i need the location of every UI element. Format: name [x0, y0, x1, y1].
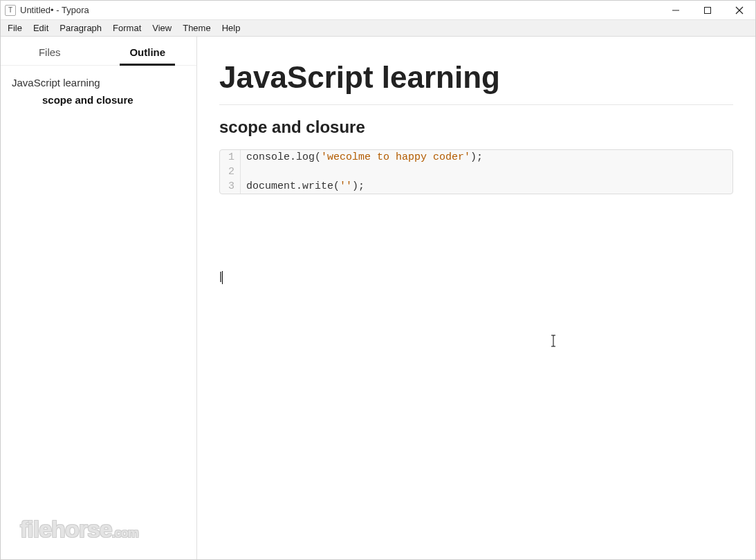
caret-icon — [222, 271, 223, 284]
editor[interactable]: JavaScript learning scope and closure 1 … — [197, 37, 755, 559]
gutter-2: 2 — [220, 165, 241, 179]
code-content-3[interactable]: document.write(''); — [241, 179, 370, 194]
code-line-2[interactable]: 2 — [220, 165, 732, 179]
maximize-icon — [703, 6, 712, 15]
app-icon: T — [5, 5, 16, 16]
code-content-1[interactable]: console.log('wecolme to happy coder'); — [241, 150, 488, 165]
outline-item-h1[interactable]: JavaScript learning — [12, 74, 185, 91]
svg-rect-1 — [705, 7, 711, 13]
code-block[interactable]: 1 console.log('wecolme to happy coder');… — [219, 149, 733, 194]
outline-item-h2[interactable]: scope and closure — [12, 91, 185, 106]
gutter-3: 3 — [220, 179, 241, 194]
menu-help[interactable]: Help — [216, 21, 246, 35]
menu-view[interactable]: View — [147, 21, 177, 35]
maximize-button[interactable] — [692, 1, 723, 20]
app-window: T Untitled• - Typora File Edit Paragraph… — [0, 0, 756, 560]
gutter-1: 1 — [220, 150, 241, 165]
window-title: Untitled• - Typora — [20, 5, 89, 15]
text-cursor-icon — [550, 334, 557, 348]
close-icon — [735, 6, 744, 15]
body-area: Files Outline JavaScript learning scope … — [1, 37, 755, 559]
menu-paragraph[interactable]: Paragraph — [54, 21, 107, 35]
caret-line[interactable]: | — [219, 270, 733, 284]
tab-files-label: Files — [39, 46, 61, 58]
menu-format[interactable]: Format — [107, 21, 147, 35]
doc-h2[interactable]: scope and closure — [219, 118, 733, 137]
code-string: '' — [340, 180, 352, 192]
tab-files[interactable]: Files — [1, 37, 99, 65]
watermark-main: filehorse — [20, 516, 112, 542]
menu-theme[interactable]: Theme — [177, 21, 216, 35]
code-seg: console.log( — [246, 151, 321, 163]
sidebar-tabs: Files Outline — [1, 37, 196, 66]
doc-h1[interactable]: JavaScript learning — [219, 50, 733, 105]
window-controls — [660, 1, 755, 20]
outline-tree: JavaScript learning scope and closure — [1, 66, 196, 114]
close-button[interactable] — [723, 1, 755, 20]
titlebar[interactable]: T Untitled• - Typora — [1, 1, 755, 20]
code-seg: ); — [470, 151, 483, 163]
tab-outline-label: Outline — [129, 46, 165, 58]
minimize-button[interactable] — [660, 1, 692, 20]
tab-outline[interactable]: Outline — [99, 37, 197, 65]
tab-underline — [120, 64, 175, 66]
code-content-2[interactable] — [241, 165, 252, 167]
code-line-3[interactable]: 3 document.write(''); — [220, 179, 732, 194]
menu-edit[interactable]: Edit — [28, 21, 54, 35]
code-line-1[interactable]: 1 console.log('wecolme to happy coder'); — [220, 150, 732, 165]
watermark-tld: .com — [112, 526, 138, 540]
menubar: File Edit Paragraph Format View Theme He… — [1, 20, 755, 37]
code-string: 'wecolme to happy coder' — [321, 151, 470, 163]
watermark: filehorse.com — [20, 516, 138, 543]
code-seg: ); — [352, 180, 365, 192]
code-seg: document.write( — [246, 180, 340, 192]
sidebar: Files Outline JavaScript learning scope … — [1, 37, 197, 559]
minimize-icon — [672, 6, 680, 15]
menu-file[interactable]: File — [2, 21, 28, 35]
